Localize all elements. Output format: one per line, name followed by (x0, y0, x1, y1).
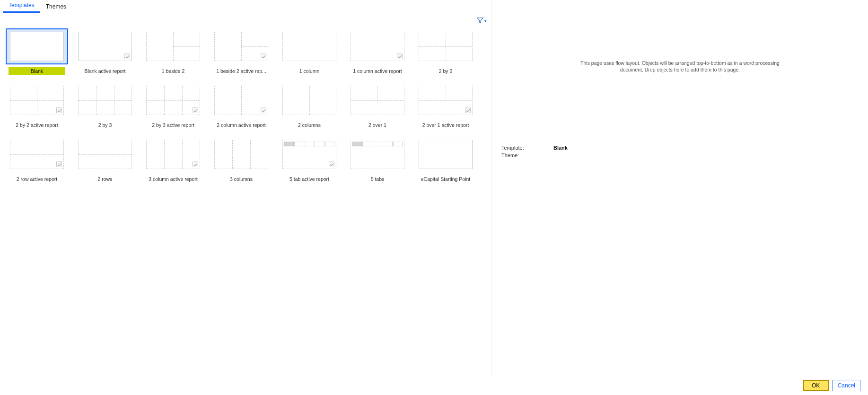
template-thumb (346, 136, 409, 172)
template-label: 1 column active report (349, 67, 406, 75)
template-label: eCapital Starting Point (417, 175, 474, 183)
template-thumb (414, 82, 477, 118)
template-grid: BlankBlank active report1 beside 21 besi… (4, 28, 489, 183)
template-label: 2 rows (77, 175, 133, 183)
active-report-icon (193, 108, 198, 113)
template-thumb (210, 82, 272, 118)
template-label: Template: (501, 145, 535, 151)
template-thumb (414, 28, 477, 64)
template-item-1beside2[interactable]: 1 beside 2 (140, 28, 206, 75)
active-report-icon (261, 54, 266, 59)
template-thumb (414, 136, 477, 172)
template-thumb (346, 28, 409, 64)
template-thumb (210, 136, 272, 172)
template-item-5tab-active[interactable]: 5 tab active report (276, 136, 342, 183)
active-report-icon (261, 108, 266, 113)
template-value: Blank (553, 145, 568, 151)
template-item-1column[interactable]: 1 column (276, 28, 342, 75)
template-item-ecapital[interactable]: eCapital Starting Point (412, 136, 479, 183)
template-label: 1 column (281, 67, 338, 75)
preview-description: This page uses flow layout. Objects will… (579, 60, 782, 73)
template-label: 3 column active report (145, 175, 202, 183)
template-item-1column-active[interactable]: 1 column active report (344, 28, 411, 75)
template-item-2col[interactable]: 2 columns (276, 82, 342, 129)
active-report-icon (124, 54, 130, 59)
template-thumb (278, 28, 341, 64)
template-thumb (6, 82, 68, 118)
template-label: 2 by 3 active report (145, 121, 202, 129)
template-label: 3 columns (213, 175, 270, 183)
filter-button[interactable]: ▾ (477, 17, 487, 25)
active-report-icon (465, 108, 471, 113)
template-item-blank[interactable]: Blank (4, 28, 70, 75)
template-label: 2 by 2 active report (9, 121, 65, 129)
template-label: 2 over 1 active report (417, 121, 474, 129)
template-item-2row[interactable]: 2 rows (72, 136, 138, 183)
template-item-2col-active[interactable]: 2 column active report (208, 82, 274, 129)
chevron-down-icon: ▾ (484, 18, 487, 23)
cancel-button[interactable]: Cancel (833, 380, 860, 391)
template-thumb (346, 82, 409, 118)
active-report-icon (329, 162, 334, 167)
tab-templates[interactable]: Templates (3, 0, 40, 13)
template-thumb (6, 28, 68, 64)
template-item-2over1[interactable]: 2 over 1 (344, 82, 411, 129)
template-label: 5 tabs (349, 175, 406, 183)
template-label: 2 row active report (9, 175, 65, 183)
template-thumb (278, 82, 341, 118)
active-report-icon (397, 54, 403, 59)
template-preview: This page uses flow layout. Objects will… (548, 17, 813, 117)
template-item-5tab[interactable]: 5 tabs (344, 136, 411, 183)
template-label: Blank active report (77, 67, 133, 75)
template-item-2by3-active[interactable]: 2 by 3 active report (140, 82, 206, 129)
template-thumb (142, 28, 204, 64)
template-thumb (74, 136, 136, 172)
template-label: 2 by 3 (77, 121, 133, 129)
template-label: 1 beside 2 (145, 67, 202, 75)
template-label: 2 columns (281, 121, 338, 129)
dialog-footer: OK Cancel (0, 376, 868, 395)
active-report-icon (193, 162, 198, 167)
active-report-icon (56, 162, 62, 167)
tab-themes[interactable]: Themes (40, 0, 72, 13)
template-item-3col[interactable]: 3 columns (208, 136, 274, 183)
filter-icon (477, 17, 483, 25)
template-thumb (210, 28, 272, 64)
template-item-2by2-active[interactable]: 2 by 2 active report (4, 82, 70, 129)
right-panel: This page uses flow layout. Objects will… (492, 0, 868, 376)
template-thumb (6, 136, 68, 172)
template-item-1beside2-active[interactable]: 1 beside 2 active rep... (208, 28, 274, 75)
template-label: 1 beside 2 active rep... (213, 67, 270, 75)
left-panel: Templates Themes ▾ BlankBlank active rep… (0, 0, 492, 376)
ok-button[interactable]: OK (803, 380, 829, 391)
template-label: 2 column active report (213, 121, 270, 129)
template-label: 2 over 1 (349, 121, 406, 129)
template-label: 5 tab active report (281, 175, 338, 183)
template-item-3col-active[interactable]: 3 column active report (140, 136, 206, 183)
template-item-2by2[interactable]: 2 by 2 (412, 28, 479, 75)
template-thumb (142, 136, 204, 172)
template-item-blank-active[interactable]: Blank active report (72, 28, 138, 75)
template-label: Blank (9, 67, 65, 75)
active-report-icon (56, 108, 62, 113)
template-thumb (142, 82, 204, 118)
template-thumb (74, 28, 136, 64)
template-label: 2 by 2 (417, 67, 474, 75)
template-item-2row-active[interactable]: 2 row active report (4, 136, 70, 183)
theme-label: Theme: (501, 153, 535, 158)
template-item-2over1-active[interactable]: 2 over 1 active report (412, 82, 479, 129)
template-item-2by3[interactable]: 2 by 3 (72, 82, 138, 129)
template-thumb (278, 136, 341, 172)
template-thumb (74, 82, 136, 118)
tabs-bar: Templates Themes (0, 0, 491, 13)
